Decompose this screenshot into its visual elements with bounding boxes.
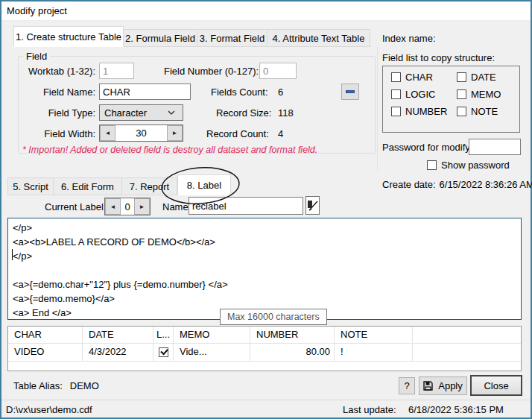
label-next-button[interactable]: ►: [134, 198, 150, 215]
field-width-stepper: ◄ 30 ►: [99, 125, 183, 142]
stepper-right-button[interactable]: ►: [167, 125, 183, 141]
bottom-tab-strip: 5. Script 6. Edit Form 7. Report 8. Labe…: [7, 175, 231, 195]
checkbox-char[interactable]: [391, 72, 401, 82]
field-name-label: Field Name:: [16, 86, 95, 98]
tab-attribute-text-table[interactable]: 4. Attribute Text Table: [267, 29, 370, 47]
worktab-label: Worktab (1-32):: [16, 66, 95, 77]
header-memo[interactable]: MEMO: [174, 327, 250, 344]
arrow-left-icon: ◄: [105, 130, 111, 136]
checkbox-memo[interactable]: [457, 89, 466, 99]
tooltip: Max 16000 characters: [220, 309, 327, 325]
cell-memo[interactable]: Vide...: [174, 344, 250, 362]
arrow-right-icon: ►: [139, 204, 145, 210]
header-logic[interactable]: L...: [153, 327, 174, 344]
show-password-checkbox[interactable]: [427, 160, 437, 170]
checkbox-note[interactable]: [457, 107, 466, 116]
field-name-input[interactable]: [99, 84, 191, 100]
copy-field-date[interactable]: DATE: [457, 72, 496, 83]
checkbox-date[interactable]: [457, 72, 466, 82]
cell-filler: [413, 344, 521, 362]
copy-field-memo[interactable]: MEMO: [457, 89, 501, 100]
last-update-label: Last update:: [343, 404, 396, 415]
checkbox-logic[interactable]: [391, 89, 401, 99]
record-count-value: 4: [278, 128, 283, 139]
copy-field-char[interactable]: CHAR: [391, 72, 433, 83]
copy-field-note[interactable]: NOTE: [457, 106, 498, 117]
current-label-label: Current Label:: [45, 201, 106, 212]
table-alias-value: DEMO: [70, 380, 99, 391]
copy-field-number[interactable]: NUMBER: [391, 106, 447, 117]
label-editor[interactable]: </p> <a><b>LABEL A RECORD OF DEMO</b></a…: [7, 218, 522, 320]
record-size-label: Record Size:: [216, 107, 271, 119]
record-size-value: 118: [278, 107, 294, 119]
field-type-label: Field Type:: [16, 107, 95, 119]
save-icon: [423, 381, 433, 391]
tab-create-structure-table[interactable]: 1. Create structure Table: [13, 26, 124, 47]
top-tab-strip: 1. Create structure Table 2. Formula Fie…: [13, 26, 370, 47]
record-table: CHAR DATE L... MEMO NUMBER NOTE VIDEO 4/…: [7, 326, 522, 371]
stepper-left-button[interactable]: ◄: [100, 125, 115, 141]
text-caret: [12, 249, 13, 260]
modify-project-window: Modify project 1. Create structure Table…: [0, 0, 532, 419]
header-number[interactable]: NUMBER: [250, 327, 335, 344]
help-button[interactable]: ?: [399, 377, 415, 394]
cell-note[interactable]: !: [335, 344, 413, 362]
edit-label-button[interactable]: [305, 196, 320, 215]
header-date[interactable]: DATE: [83, 327, 153, 344]
field-type-select[interactable]: Character: [99, 104, 183, 121]
tab-report[interactable]: 7. Report: [122, 177, 177, 195]
tab-label[interactable]: 8. Label: [177, 174, 231, 195]
edit-label-icon: [307, 199, 318, 212]
status-bar: D:\vx\user\demo.cdf Last update: 6/18/20…: [1, 400, 531, 418]
record-count-label: Record Count:: [206, 128, 269, 139]
name-input[interactable]: [189, 197, 303, 215]
field-group-legend: Field: [23, 51, 50, 62]
table-alias: Table Alias: DEMO: [13, 380, 99, 391]
warning-text: * Importan! Added or deleted field is de…: [22, 145, 317, 155]
fields-count-value: 6: [278, 86, 283, 98]
field-width-value: 30: [115, 125, 167, 141]
cell-char[interactable]: VIDEO: [8, 344, 83, 362]
field-list-label: Field list to copy structure:: [382, 52, 495, 63]
table-row[interactable]: VIDEO 4/3/2022 Vide... 80.00 !: [8, 344, 521, 362]
header-note[interactable]: NOTE: [335, 327, 413, 344]
worktab-input[interactable]: [99, 63, 134, 79]
name-label: Name:: [162, 201, 191, 212]
delete-field-button[interactable]: [341, 84, 359, 100]
password-input[interactable]: [469, 139, 521, 155]
create-date-label: Create date:: [382, 179, 436, 190]
tab-format-field[interactable]: 3. Format Field: [197, 29, 267, 47]
minus-icon: [346, 90, 355, 93]
table-header-row: CHAR DATE L... MEMO NUMBER NOTE: [8, 327, 521, 344]
show-password-toggle[interactable]: Show password: [427, 160, 510, 171]
logic-checkbox[interactable]: [159, 347, 168, 357]
current-label-stepper: ◄ 0 ►: [104, 198, 151, 215]
apply-button[interactable]: Apply: [419, 377, 467, 395]
arrow-right-icon: ►: [172, 130, 178, 136]
create-date: Create date: 6/15/2022 8:36:26 AM: [382, 179, 532, 190]
tab-formula-field[interactable]: 2. Formula Field: [124, 29, 197, 47]
tab-edit-form[interactable]: 6. Edit Form: [54, 177, 122, 195]
header-filler: [413, 327, 521, 344]
apply-label: Apply: [438, 380, 463, 391]
field-number-input[interactable]: [259, 63, 297, 79]
copy-field-logic[interactable]: LOGIC: [391, 89, 435, 100]
file-path: D:\vx\user\demo.cdf: [6, 404, 92, 415]
field-width-label: Field Width:: [16, 128, 95, 139]
header-char[interactable]: CHAR: [8, 327, 83, 344]
cell-number[interactable]: 80.00: [250, 344, 335, 362]
show-password-label: Show password: [441, 160, 510, 171]
title-bar: Modify project: [1, 1, 531, 21]
chevron-down-icon: [168, 110, 183, 115]
table-alias-label: Table Alias:: [13, 380, 63, 391]
close-button[interactable]: Close: [470, 375, 522, 396]
create-date-value: 6/15/2022 8:36:26 AM: [440, 179, 532, 190]
cell-date[interactable]: 4/3/2022: [83, 344, 153, 362]
arrow-left-icon: ◄: [110, 204, 116, 210]
cell-logic[interactable]: [153, 344, 174, 362]
tab-script[interactable]: 5. Script: [7, 177, 54, 195]
label-prev-button[interactable]: ◄: [105, 198, 121, 215]
tab-page-divider: [377, 47, 378, 170]
page-title: Modify project: [7, 5, 67, 16]
checkbox-number[interactable]: [391, 107, 401, 116]
